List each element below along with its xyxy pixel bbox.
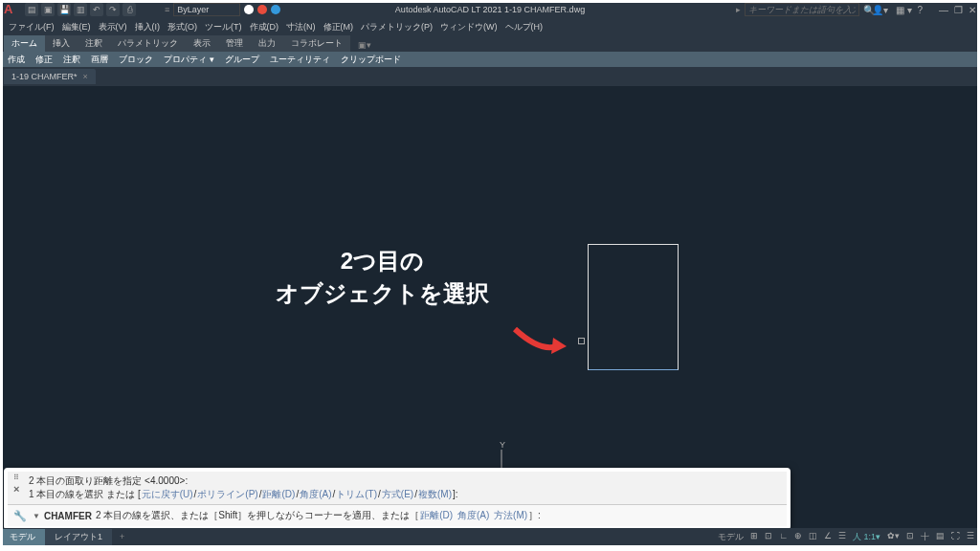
layout-tab-model[interactable]: モデル: [0, 529, 45, 545]
ucs-y-label: Y: [500, 440, 505, 450]
menu-tools[interactable]: ツール(T): [202, 21, 245, 33]
menu-file[interactable]: ファイル(F): [6, 21, 57, 33]
tab-parametric[interactable]: パラメトリック: [110, 35, 186, 52]
workspace-icon[interactable]: ✿▾: [885, 531, 902, 543]
drawing-rectangle[interactable]: [588, 244, 679, 370]
menu-view[interactable]: 表示(V): [96, 21, 130, 33]
close-button[interactable]: ✕: [969, 5, 976, 15]
panel-layers[interactable]: 画層: [87, 54, 112, 66]
lineweight-icon[interactable]: ☰: [836, 531, 848, 543]
undo-icon[interactable]: ↶: [90, 3, 103, 16]
color-red-icon[interactable]: [257, 5, 267, 14]
menu-format[interactable]: 形式(O): [165, 21, 200, 33]
layer-input[interactable]: [173, 3, 240, 16]
arrow-icon: [511, 323, 570, 360]
ribbon-tabs: ホーム 挿入 注釈 パラメトリック 表示 管理 出力 コラボレート ▣▾: [0, 34, 980, 52]
tab-output[interactable]: 出力: [251, 35, 283, 52]
window-controls: — ❐ ✕: [939, 5, 976, 15]
customize-icon[interactable]: ▤: [934, 531, 947, 543]
save-icon[interactable]: 💾: [57, 3, 71, 16]
tab-insert[interactable]: 挿入: [45, 35, 78, 52]
menu-insert[interactable]: 挿入(I): [132, 21, 164, 33]
tab-collaborate[interactable]: コラボレート: [283, 35, 350, 52]
new-icon[interactable]: ▤: [25, 3, 38, 16]
tab-annotate[interactable]: 注釈: [78, 35, 110, 52]
ribbon-panel-row: 作成 修正 注釈 画層 ブロック プロパティ ▾ グループ ユーティリティ クリ…: [0, 52, 980, 67]
status-bar: モデル レイアウト1 + モデル ⊞ ⊡ ∟ ⊕ ◫ ∠ ☰ 人 1:1▾ ✿▾…: [0, 528, 980, 545]
quick-access-toolbar: ▤ ▣ 💾 ▥ ↶ ↷ ⎙: [25, 3, 136, 16]
doc-tab-chamfer[interactable]: 1-19 CHAMFER* ×: [4, 69, 96, 84]
window-title: Autodesk AutoCAD LT 2021 1-19 CHAMFER.dw…: [395, 5, 585, 14]
app-icon[interactable]: A: [4, 2, 19, 17]
keyword-arrow-icon: ▸: [736, 5, 741, 14]
user-menu[interactable]: 👤▾ ▦ ▾ ?: [872, 5, 923, 15]
doc-tab-label: 1-19 CHAMFER*: [11, 72, 78, 81]
panel-clipboard[interactable]: クリップボード: [337, 54, 405, 66]
annotation-line2: オブジェクトを選択: [276, 277, 489, 310]
plot-icon[interactable]: ⎙: [122, 3, 136, 16]
tab-manage[interactable]: 管理: [218, 35, 251, 52]
snap-icon[interactable]: ⊡: [763, 531, 774, 543]
layout-tab-layout1[interactable]: レイアウト1: [45, 529, 112, 545]
open-icon[interactable]: ▣: [41, 3, 55, 16]
command-prompt: 2 本目の線を選択、または［Shift］を押しながらコーナーを適用、または［距離…: [96, 509, 541, 522]
minimize-button[interactable]: —: [939, 5, 948, 15]
panel-annotate[interactable]: 注釈: [59, 54, 84, 66]
cmd-history-line1: 2 本目の面取り距離を指定 <4.0000>:: [29, 474, 781, 488]
osnap-icon[interactable]: ◫: [807, 531, 819, 543]
panel-draw[interactable]: 作成: [4, 54, 29, 66]
layer-control: ≡: [165, 3, 280, 16]
search-input[interactable]: [745, 3, 859, 16]
menu-help[interactable]: ヘルプ(H): [502, 21, 546, 33]
command-line[interactable]: 🔧 ▼ CHAMFER 2 本目の線を選択、または［Shift］を押しながらコー…: [8, 505, 787, 526]
title-bar: A ▤ ▣ 💾 ▥ ↶ ↷ ⎙ ≡ Autodesk AutoCAD LT 20…: [0, 0, 980, 19]
grip-icon[interactable]: ⠿: [13, 474, 27, 483]
panel-block[interactable]: ブロック: [115, 54, 157, 66]
color-white-icon[interactable]: [244, 5, 254, 14]
units-icon[interactable]: 十: [919, 531, 931, 543]
anno-scale-icon[interactable]: 人 1:1▾: [851, 531, 882, 543]
command-name: CHAMFER: [44, 511, 92, 521]
redo-icon[interactable]: ↷: [106, 3, 120, 16]
grid-icon[interactable]: ⊞: [748, 531, 760, 543]
wrench-icon[interactable]: 🔧: [13, 510, 27, 522]
tab-expand-icon[interactable]: ▣▾: [350, 38, 379, 52]
menu-parametric[interactable]: パラメトリック(P): [358, 21, 435, 33]
menu-bar: ファイル(F) 編集(E) 表示(V) 挿入(I) 形式(O) ツール(T) 作…: [0, 19, 980, 34]
maximize-button[interactable]: ❐: [954, 5, 963, 15]
menu-edit[interactable]: 編集(E): [59, 21, 94, 33]
tutorial-annotation: 2つ目の オブジェクトを選択: [276, 245, 489, 309]
menu-modify[interactable]: 修正(M): [321, 21, 357, 33]
menu-window[interactable]: ウィンドウ(W): [437, 21, 501, 33]
saveas-icon[interactable]: ▥: [74, 3, 87, 16]
status-toggles: モデル ⊞ ⊡ ∟ ⊕ ◫ ∠ ☰ 人 1:1▾ ✿▾ ⊡ 十 ▤ ⛶ ☰: [716, 531, 976, 543]
doc-tab-close-icon[interactable]: ×: [83, 72, 88, 81]
command-history: ⠿ × 2 本目の面取り距離を指定 <4.0000>: 1 本目の線を選択 また…: [8, 472, 787, 505]
tab-home[interactable]: ホーム: [4, 35, 45, 52]
menu-dimension[interactable]: 寸法(N): [283, 21, 319, 33]
menu-draw[interactable]: 作成(D): [247, 21, 282, 33]
panel-utilities[interactable]: ユーティリティ: [266, 54, 334, 66]
otrack-icon[interactable]: ∠: [822, 531, 834, 543]
document-tabs: 1-19 CHAMFER* ×: [0, 67, 980, 86]
fullscreen-icon[interactable]: ⛶: [949, 531, 962, 543]
cursor-pickbox-icon: [578, 338, 585, 344]
polar-icon[interactable]: ⊕: [792, 531, 804, 543]
panel-group[interactable]: グループ: [221, 54, 263, 66]
panel-modify[interactable]: 修正: [32, 54, 56, 66]
help-search: ▸ 🔍: [736, 3, 875, 16]
cmd-history-line2: 1 本目の線を選択 または [元に戻す(U)/ポリライン(P)/距離(D)/角度…: [29, 488, 781, 501]
chevron-down-icon[interactable]: ▼: [33, 512, 40, 520]
color-blue-icon[interactable]: [271, 5, 280, 14]
panel-properties[interactable]: プロパティ ▾: [160, 54, 218, 66]
ortho-icon[interactable]: ∟: [777, 531, 790, 543]
drawing-canvas[interactable]: 2つ目の オブジェクトを選択 Y X: [0, 86, 980, 517]
tab-view[interactable]: 表示: [186, 35, 218, 52]
cmdwin-close-icon[interactable]: ×: [13, 483, 27, 495]
layout-add-button[interactable]: +: [112, 530, 132, 543]
status-model-label[interactable]: モデル: [716, 531, 746, 543]
anno-monitor-icon[interactable]: ⊡: [904, 531, 916, 543]
command-window[interactable]: ⠿ × 2 本目の面取り距離を指定 <4.0000>: 1 本目の線を選択 また…: [4, 468, 791, 530]
annotation-line1: 2つ目の: [276, 245, 489, 277]
menu-icon[interactable]: ☰: [965, 531, 976, 543]
